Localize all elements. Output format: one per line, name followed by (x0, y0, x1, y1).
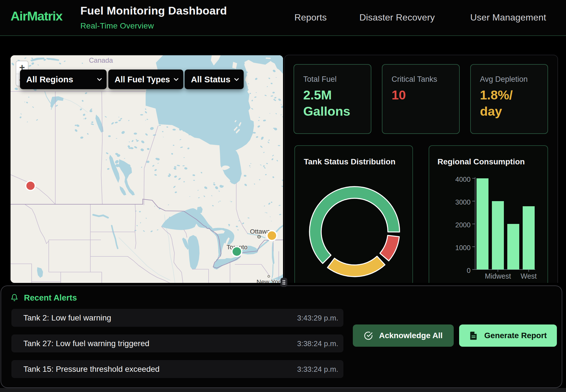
svg-text:4000: 4000 (455, 175, 471, 183)
svg-text:0: 0 (467, 267, 471, 274)
svg-text:3000: 3000 (455, 198, 471, 206)
svg-text:West: West (521, 272, 537, 280)
svg-text:2000: 2000 (455, 221, 471, 229)
svg-text:Midwest: Midwest (485, 272, 511, 280)
svg-text:1000: 1000 (455, 244, 471, 252)
